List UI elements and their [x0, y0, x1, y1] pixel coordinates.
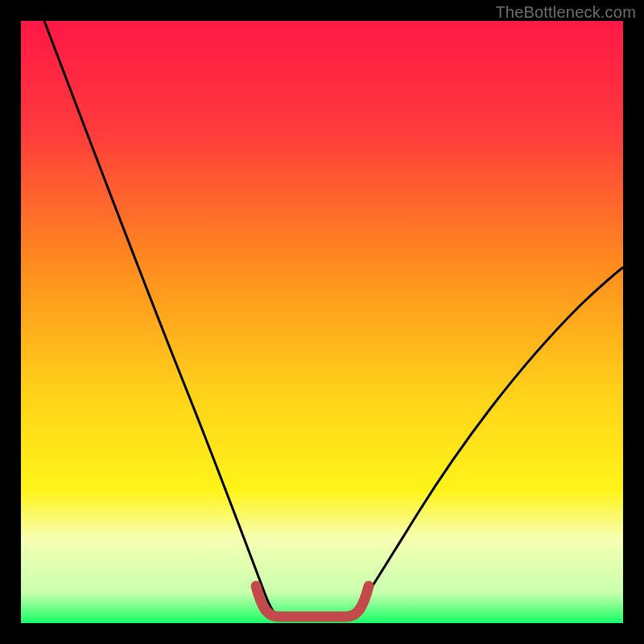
bottleneck-chart — [0, 0, 644, 644]
gradient-plot-area — [21, 21, 623, 623]
chart-stage: TheBottleneck.com — [0, 0, 644, 644]
watermark-text: TheBottleneck.com — [495, 3, 636, 22]
